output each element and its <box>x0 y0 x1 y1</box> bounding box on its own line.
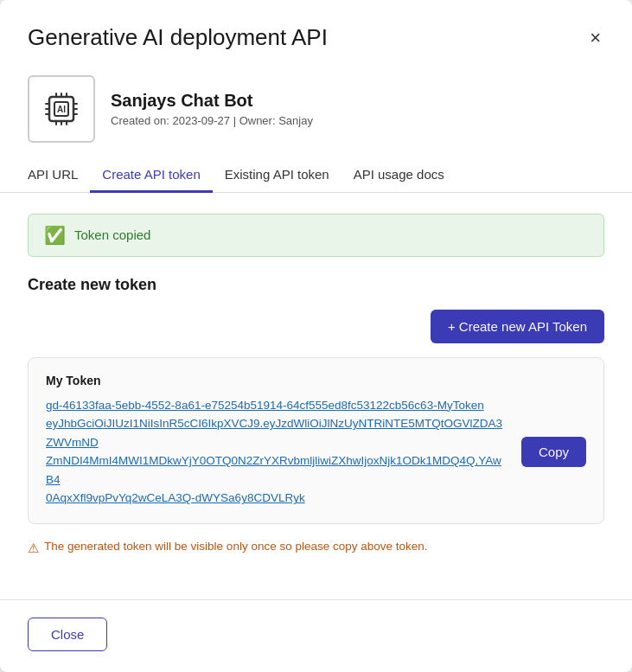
modal-footer: Close <box>0 599 632 672</box>
bot-details: Sanjays Chat Bot Created on: 2023-09-27 … <box>111 91 313 127</box>
section-title: Create new token <box>28 276 604 294</box>
create-new-api-token-button[interactable]: + Create new API Token <box>431 310 604 343</box>
modal-container: Generative AI deployment API × AI <box>0 0 632 672</box>
bot-info: AI Sanjays Chat Bot Created on: 2023-09-… <box>0 67 632 158</box>
tab-create-api-token[interactable]: Create API token <box>90 158 212 193</box>
tab-api-usage-docs[interactable]: API usage docs <box>342 158 456 193</box>
ai-chip-icon: AI <box>41 88 82 130</box>
tabs-container: API URL Create API token Existing API to… <box>0 158 632 193</box>
warning-message: The generated token will be visible only… <box>44 540 428 553</box>
section-actions: + Create new API Token <box>28 310 604 343</box>
modal-close-button[interactable]: × <box>586 25 604 51</box>
success-banner: ✅ Token copied <box>28 214 604 257</box>
modal-title: Generative AI deployment API <box>28 24 328 51</box>
token-card-body: gd-46133faa-5ebb-4552-8a61-e75254b51914-… <box>46 396 586 509</box>
success-check-icon: ✅ <box>44 225 66 246</box>
bot-meta: Created on: 2023-09-27 | Owner: Sanjay <box>111 114 313 127</box>
modal-body: ✅ Token copied Create new token + Create… <box>0 193 632 583</box>
close-action-button[interactable]: Close <box>28 618 107 651</box>
warning-text: ⚠ The generated token will be visible on… <box>28 540 604 556</box>
tab-api-url[interactable]: API URL <box>28 158 90 193</box>
token-card-header: My Token <box>46 374 586 387</box>
svg-text:AI: AI <box>57 105 66 114</box>
bot-name: Sanjays Chat Bot <box>111 91 313 111</box>
modal-header: Generative AI deployment API × <box>0 0 632 67</box>
success-text: Token copied <box>74 227 150 242</box>
copy-button[interactable]: Copy <box>521 437 586 467</box>
warning-icon: ⚠ <box>28 541 39 556</box>
tab-existing-api-token[interactable]: Existing API token <box>213 158 342 193</box>
bot-icon: AI <box>28 75 95 143</box>
token-value[interactable]: gd-46133faa-5ebb-4552-8a61-e75254b51914-… <box>46 396 508 509</box>
token-card: My Token gd-46133faa-5ebb-4552-8a61-e752… <box>28 357 604 525</box>
